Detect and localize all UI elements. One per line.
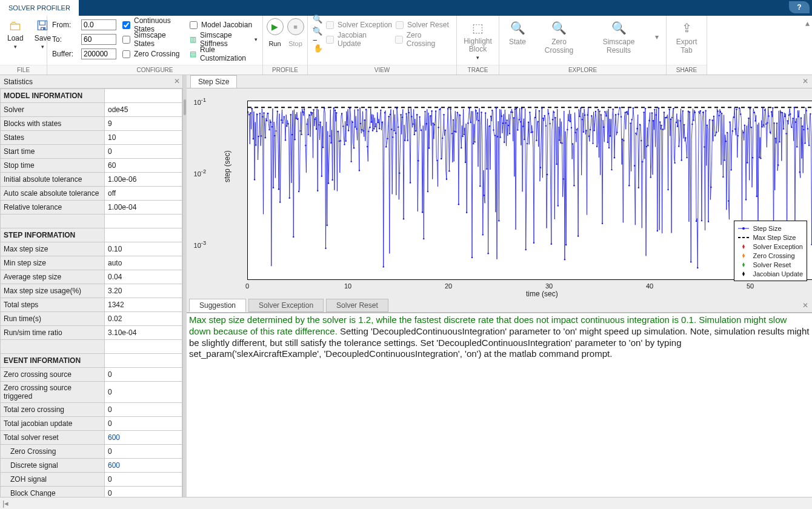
stat-val-link[interactable]: 600 (105, 459, 182, 473)
gear-icon[interactable]: ✕ (802, 301, 808, 310)
stat-key: Max step size usage(%) (1, 284, 105, 298)
chart-xlabel: time (sec) (526, 290, 558, 298)
svg-point-452 (742, 227, 745, 230)
stat-key: Total steps (1, 298, 105, 312)
run-button[interactable]: ▶ (267, 18, 284, 35)
legend-zc: Zero Crossing (753, 252, 794, 259)
play-icon: ▶ (271, 22, 278, 32)
load-button[interactable]: 🗀 Load ▾ (5, 18, 26, 51)
highlight-block-button: ⬚ Highlight Block ▾ (462, 18, 494, 62)
tab-solver-reset[interactable]: Solver Reset (326, 299, 388, 312)
stat-key: Relative tolerance (1, 201, 105, 215)
chk-view-solver-exception (326, 21, 334, 29)
chk-simscape-states-label: Simscape States (134, 31, 184, 48)
xtick: 50 (738, 282, 762, 290)
stat-val: 0 (105, 145, 182, 159)
group-label-configure: CONFIGURE (47, 65, 262, 75)
stat-val: off (105, 187, 182, 201)
ribbon-tab-bar: SOLVER PROFILER ? (0, 0, 812, 16)
stat-key: Block Change (1, 487, 105, 497)
stat-key: Zero crossing source triggered (1, 382, 105, 403)
section-step: STEP INFORMATION (1, 228, 105, 242)
zc-explore-icon: 🔍 (551, 19, 568, 36)
toolstrip: 🗀 Load ▾ 🖫 Save ▾ FILE From: To: Buffer:… (0, 16, 812, 75)
stat-key: Max step size (1, 242, 105, 256)
stop-button[interactable]: ■ (287, 18, 304, 35)
zoom-out-icon[interactable]: 🔍− (313, 30, 324, 41)
stat-val: auto (105, 256, 182, 270)
help-icon[interactable]: ? (789, 1, 810, 13)
highlight-icon: ⬚ (470, 19, 487, 36)
simscape-stiffness-button[interactable]: ▥Simscape Stiffness ▾ (190, 33, 258, 46)
tab-step-size[interactable]: Step Size (190, 75, 237, 88)
explore-more-button[interactable]: ▾ (653, 18, 661, 56)
stat-val: 0 (105, 473, 182, 487)
stat-key: Total zero crossing (1, 403, 105, 417)
chk-model-jacobian[interactable] (190, 21, 198, 29)
stat-key: Min step size (1, 256, 105, 270)
state-icon: 🔍 (509, 19, 526, 36)
chk-view-zero-crossing (395, 36, 403, 44)
svg-marker-454 (742, 244, 745, 249)
tab-suggestion[interactable]: Suggestion (189, 299, 246, 312)
status-bar: |◂ (0, 497, 812, 509)
ytick: 10-2 (148, 168, 206, 178)
gear-icon[interactable]: ✕ (802, 77, 808, 85)
rule-customization-button[interactable]: ▤Rule Customization (190, 47, 258, 61)
zero-crossing-button: 🔍Zero Crossing (533, 18, 585, 56)
group-label-share: SHARE (667, 65, 707, 75)
stat-val: 0 (105, 403, 182, 417)
ytick: 10-1 (148, 97, 206, 106)
stop-icon: ■ (293, 23, 298, 30)
stat-key: Blocks with states (1, 117, 105, 131)
rewind-icon[interactable]: |◂ (2, 499, 8, 508)
stat-val: 0 (105, 368, 182, 382)
legend-max-step: Max Step Size (753, 234, 796, 241)
stat-key: Zero crossing source (1, 368, 105, 382)
group-profile: ▶ ■ Run Stop PROFILE (263, 16, 308, 75)
gear-icon[interactable]: ✕ (174, 77, 180, 85)
export-icon: ⇪ (678, 19, 695, 36)
chk-zero-crossing[interactable] (122, 50, 130, 58)
statistics-title-bar: Statistics ✕ (0, 75, 182, 88)
from-input[interactable] (81, 19, 116, 30)
tab-solver-exception[interactable]: Solver Exception (248, 299, 324, 312)
minimize-toolstrip-icon[interactable]: ▴ (805, 18, 810, 28)
chk-view-solver-reset-label: Solver Reset (407, 21, 449, 29)
state-button: 🔍State (504, 18, 531, 56)
xtick: 0 (235, 282, 259, 290)
zc-explore-label: Zero Crossing (538, 38, 580, 55)
chart-ylabel: step (sec) (223, 150, 231, 182)
stat-val-link[interactable]: 600 (105, 431, 182, 445)
chk-view-zero-crossing-label: Zero Crossing (407, 31, 451, 48)
highlight-block-label: Highlight Block (464, 38, 492, 53)
legend-solver-exc: Solver Exception (753, 243, 803, 250)
xtick: 10 (336, 282, 360, 290)
group-explore: 🔍State 🔍Zero Crossing 🔍Simscape Results … (499, 16, 667, 75)
rule-customization-label: Rule Customization (200, 45, 258, 62)
stat-key: Run time(s) (1, 312, 105, 326)
group-trace: ⬚ Highlight Block ▾ TRACE (457, 16, 499, 75)
stat-key: Discrete signal (1, 459, 105, 473)
svg-marker-455 (742, 253, 745, 258)
group-label-explore: EXPLORE (499, 65, 666, 75)
group-file: 🗀 Load ▾ 🖫 Save ▾ FILE (0, 16, 47, 75)
legend-step-size: Step Size (753, 225, 781, 232)
to-input[interactable] (81, 34, 116, 45)
legend-solver-reset: Solver Reset (753, 261, 791, 268)
chk-continuous-states[interactable] (122, 21, 130, 29)
stat-key: ZOH signal (1, 473, 105, 487)
statistics-scroll[interactable]: MODEL INFORMATION Solverode45 Blocks wit… (0, 88, 182, 497)
stat-val: 1342 (105, 298, 182, 312)
stat-key: Total jacobian update (1, 417, 105, 431)
plot-tab-bar: Step Size ✕ (187, 75, 812, 88)
pan-icon[interactable]: ✋ (313, 42, 324, 53)
tab-solver-profiler[interactable]: SOLVER PROFILER (0, 0, 79, 16)
stop-label: Stop (287, 40, 304, 47)
chk-simscape-states[interactable] (122, 36, 130, 44)
chart-axes[interactable] (247, 101, 812, 280)
statistics-panel: Statistics ✕ MODEL INFORMATION Solverode… (0, 75, 183, 497)
stat-val: 9 (105, 117, 182, 131)
buffer-input[interactable] (81, 48, 116, 59)
chk-view-jacobian-update (326, 36, 334, 44)
